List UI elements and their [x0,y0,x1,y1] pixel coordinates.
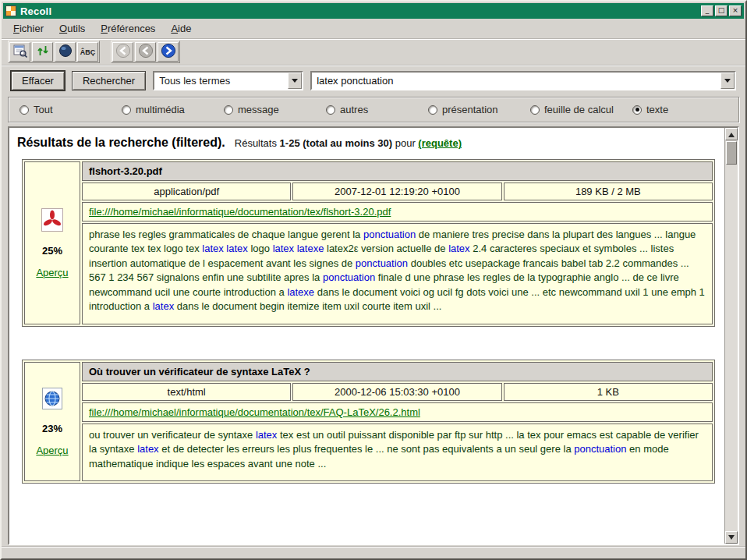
result-side-panel: 23% Aperçu [24,362,80,481]
first-page-button[interactable] [112,42,133,62]
recoll-window: Recoll _ □ × FichierOutilsPréférencesAid… [0,0,747,560]
radio-icon [224,105,233,115]
document-search-icon [13,44,27,60]
filter-label: multimédia [136,104,185,115]
filter-label: texte [646,104,668,115]
results-frame: Résultats de la recherche (filtered).Rés… [8,126,739,545]
filter-label: message [238,104,279,115]
titlebar[interactable]: Recoll _ □ × [3,3,744,19]
radio-selected-icon [632,105,642,115]
result-main: Où trouver un vérificateur de syntaxe La… [82,362,713,481]
highlighted-term: latexe [287,286,314,298]
filter-label: Tout [34,104,53,115]
maximize-button[interactable]: □ [715,5,728,16]
filter-label: présentation [442,104,498,115]
filter-radio-autres[interactable]: autres [326,104,428,115]
result-entries: 25% Aperçu flshort-3.20.pdf application/… [16,159,720,484]
result-date: 2007-12-01 12:19:20 +0100 [292,183,501,200]
query-details-link[interactable]: (requête) [418,137,462,149]
results-scrollbar[interactable] [724,128,738,544]
preview-link[interactable]: Aperçu [36,267,68,278]
menu-item-preferences[interactable]: Préférences [94,20,162,37]
result-date: 2000-12-06 15:03:30 +0100 [292,383,501,401]
next-page-button[interactable] [158,42,179,62]
previous-page-button[interactable] [135,42,156,62]
highlighted-term: latex [153,300,174,312]
result-url-row: file:///home/michael/informatique/docume… [82,202,713,222]
result-size: 189 KB / 2 MB [504,183,713,200]
window-title: Recoll [20,5,697,17]
menu-item-fichier[interactable]: Fichier [6,20,51,37]
radio-icon [530,105,540,115]
result-url-row: file:///home/michael/informatique/docume… [82,402,713,422]
query-history-dropdown-button[interactable] [720,73,735,89]
menu-item-aide[interactable]: Aide [164,20,198,37]
filter-radio-feuille-de-calcul[interactable]: feuille de calcul [530,104,632,115]
query-combo [310,71,736,90]
result-size: 1 KB [504,383,713,401]
advanced-search-button[interactable] [9,42,30,62]
search-button[interactable]: Rechercher [72,71,146,90]
result-url-link[interactable]: file:///home/michael/informatique/docume… [89,406,420,418]
term-explorer-button[interactable]: ÂBÇ [77,42,98,62]
result-entry: 23% Aperçu Où trouver un vérificateur de… [22,360,715,484]
scroll-up-button[interactable] [725,128,738,140]
window-controls: _ □ × [701,5,742,16]
result-meta-row: application/pdf 2007-12-01 12:19:20 +010… [82,183,713,200]
preview-link[interactable]: Aperçu [36,445,68,456]
highlighted-term: ponctuation [356,257,408,269]
highlighted-term: latex latexe [273,243,324,254]
filter-radio-tout[interactable]: Tout [19,104,122,115]
filter-radio-presentation[interactable]: présentation [428,104,530,115]
radio-icon [326,105,335,115]
search-mode-value: Tous les termes [154,73,288,89]
menu-item-outils[interactable]: Outils [52,20,92,37]
history-nav-group [111,41,180,63]
pdf-file-icon [41,207,64,235]
chevron-down-icon [724,79,731,86]
highlighted-term: latex [448,243,469,254]
sort-by-dates-button[interactable] [32,42,53,62]
forward-arrow-icon [161,43,176,61]
scroll-down-button[interactable] [725,531,738,544]
radio-icon [19,105,29,115]
search-mode-select[interactable]: Tous les termes [153,71,303,90]
search-bar: Effacer Rechercher Tous les termes [2,66,745,95]
clear-button[interactable]: Effacer [11,71,65,90]
scrollbar-track[interactable] [725,165,738,531]
result-main: flshort-3.20.pdf application/pdf 2007-12… [82,161,713,324]
query-details-button[interactable] [55,42,76,62]
result-meta-row: text/html 2000-12-06 15:03:30 +0100 1 KB [82,383,713,401]
filter-radio-multimedia[interactable]: multimédia [122,104,224,115]
highlighted-term: latex [137,443,158,455]
relevance-percent: 23% [42,423,62,434]
menubar: FichierOutilsPréférencesAide [2,19,745,39]
sphere-icon [58,44,73,60]
result-mime-type: application/pdf [82,183,291,200]
highlighted-term: ponctuation [323,271,375,283]
html-file-icon [41,387,63,413]
highlighted-term: latex latex [202,243,248,254]
search-mode-dropdown-button[interactable] [288,73,302,89]
result-title: Où trouver un vérificateur de syntaxe La… [82,362,713,381]
result-snippet: phrase les regles grammaticales de chaqu… [82,223,713,324]
app-icon [5,5,16,16]
query-input[interactable] [312,73,720,89]
results-header: Résultats de la recherche (filtered).Rés… [16,133,720,159]
radio-icon [428,105,437,115]
status-bar [2,547,745,558]
radio-icon [122,105,131,115]
filter-radio-texte[interactable]: texte [632,104,668,115]
highlighted-term: latex [256,429,277,441]
filter-radio-message[interactable]: message [224,104,326,115]
back-arrow-icon [138,43,154,61]
results-summary: Résultats 1-25 (total au moins 30) pour … [235,137,462,149]
close-button[interactable]: × [729,5,742,16]
result-side-panel: 25% Aperçu [24,161,80,324]
chevron-down-icon [292,79,298,86]
back-arrow-disabled-icon [115,43,131,61]
minimize-button[interactable]: _ [701,5,713,16]
result-url-link[interactable]: file:///home/michael/informatique/docume… [89,206,391,218]
scrollbar-thumb[interactable] [726,141,737,165]
result-mime-type: text/html [82,383,291,401]
